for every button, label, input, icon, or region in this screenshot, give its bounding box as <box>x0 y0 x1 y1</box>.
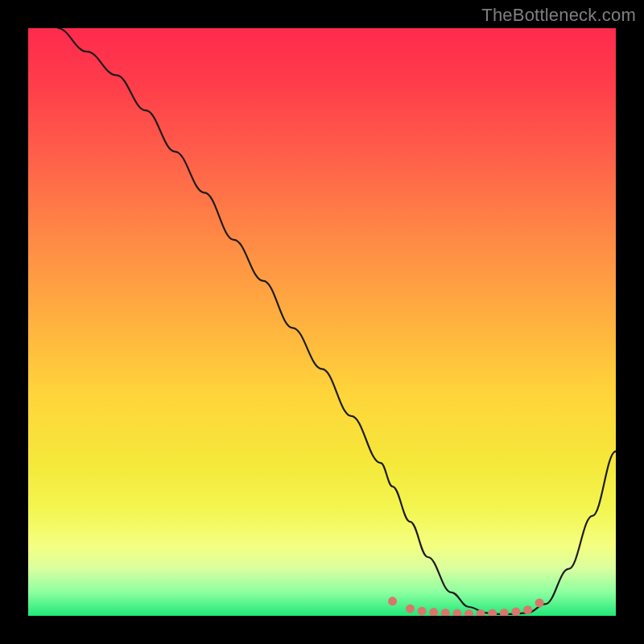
chart-svg <box>28 28 616 616</box>
highlight-dot <box>452 609 461 616</box>
highlight-dot <box>388 597 397 605</box>
highlight-dot <box>523 605 532 614</box>
highlight-dot <box>488 609 497 616</box>
chart-container: TheBottleneck.com <box>0 0 644 644</box>
plot-area <box>28 28 616 616</box>
highlight-dot <box>500 609 509 616</box>
highlight-dots <box>388 597 543 616</box>
bottleneck-curve <box>58 28 617 614</box>
highlight-dot <box>477 609 485 616</box>
highlight-dot <box>511 607 520 616</box>
highlight-dot <box>429 608 438 616</box>
highlight-dot <box>441 609 450 616</box>
highlight-dot <box>418 607 427 616</box>
watermark-text: TheBottleneck.com <box>481 5 636 26</box>
highlight-dot <box>464 609 473 616</box>
highlight-dot <box>535 598 544 607</box>
highlight-dot <box>406 605 415 613</box>
